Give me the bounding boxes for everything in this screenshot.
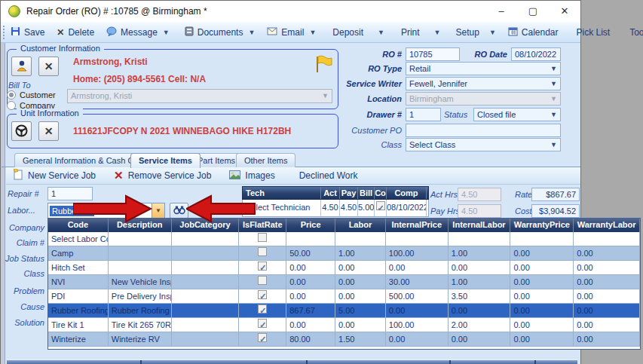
ro-date-field[interactable]: 08/10/2022: [511, 47, 561, 61]
calendar-icon: [508, 26, 518, 38]
service-writer-dropdown[interactable]: Fewell, Jennifer▼: [406, 77, 561, 90]
images-button[interactable]: Images: [222, 170, 281, 182]
annotation-arrow-dropdown: [73, 194, 153, 223]
message-button[interactable]: Message▼: [100, 23, 176, 41]
calendar-button[interactable]: Calendar: [502, 23, 565, 41]
app-icon: [8, 5, 20, 17]
new-document-icon: [13, 169, 23, 182]
flat-rate-checkbox[interactable]: ✓: [258, 333, 267, 342]
location-label: Location: [326, 94, 402, 103]
documents-button[interactable]: Documents▼: [179, 23, 262, 41]
co-checkbox[interactable]: ✓: [376, 201, 385, 210]
tab-general-information[interactable]: General Information & Cash Out: [14, 153, 149, 167]
customer-clear-button[interactable]: ✕: [38, 57, 59, 76]
act-cell[interactable]: 4.50: [321, 200, 340, 216]
customer-name: Armstrong, Kristi: [73, 57, 148, 67]
tools-button[interactable]: Tools▼: [623, 23, 643, 41]
flat-rate-checkbox[interactable]: ✓: [258, 319, 267, 328]
flat-rate-checkbox[interactable]: ✓: [258, 262, 267, 271]
email-caret-icon[interactable]: ▼: [309, 29, 316, 36]
customer-lookup-button[interactable]: [11, 57, 32, 76]
unit-clear-button[interactable]: ✕: [38, 121, 59, 141]
clear-x-icon: ✕: [44, 60, 54, 72]
technician-grid: Tech Act Pay Bill Co Comp Date Select Te…: [242, 186, 429, 217]
customer-po-label: Customer PO: [326, 126, 402, 135]
delete-button[interactable]: ✕ Delete: [51, 23, 100, 41]
co-cell[interactable]: ✓: [375, 200, 387, 216]
ro-type-label: RO Type: [326, 64, 402, 73]
status-dropdown[interactable]: Closed file▼: [473, 108, 561, 121]
print-caret-icon[interactable]: ▼: [434, 29, 441, 36]
close-button[interactable]: ✕: [549, 1, 580, 22]
technician-grid-row[interactable]: Select Technician 4.50 4.50 5.00 ✓ 08/10…: [242, 200, 429, 217]
labor-dropdown-button[interactable]: ▼: [152, 203, 164, 218]
unit-lookup-button[interactable]: [11, 121, 32, 141]
service-writer-label: Service Writer: [326, 79, 402, 88]
flat-rate-checkbox[interactable]: ✓: [258, 247, 267, 256]
deposit-button[interactable]: Deposit▼: [326, 23, 390, 41]
claim-label: Claim #: [5, 238, 44, 247]
bill-to-label: Bill To: [8, 81, 31, 90]
chevron-down-icon: ▼: [550, 95, 557, 102]
bill-cell[interactable]: 5.00: [358, 200, 375, 216]
chevron-down-icon: ▼: [550, 141, 557, 148]
service-items-toolbar: New Service Job ✕ Remove Service Job Ima…: [6, 167, 580, 185]
location-dropdown[interactable]: Birmingham▼: [406, 92, 561, 106]
labor-label: Labor...: [8, 206, 35, 215]
flat-rate-checkbox[interactable]: ✓: [258, 233, 267, 242]
customer-name-dropdown[interactable]: Armstrong, Kristi▼: [67, 89, 332, 103]
remove-service-job-button[interactable]: ✕ Remove Service Job: [107, 169, 218, 182]
labor-grid-row[interactable]: PDI Pre Delivery Insp ✓ 0.00 0.00 500.00…: [48, 289, 640, 304]
customer-group-title: Customer Information: [17, 44, 104, 53]
labor-grid-row[interactable]: Hitch Set ✓ 0.00 0.00 0.00 0.00 0.00 0.0…: [48, 261, 640, 275]
title-bar: Repair Order (RO) # :10785 @ Birmingham …: [1, 1, 580, 22]
person-icon: [16, 60, 28, 73]
labor-grid-row[interactable]: NVI New Vehicle Insp ✓ 0.00 0.00 30.00 1…: [48, 275, 640, 289]
annotation-arrow-search: [186, 194, 256, 223]
customer-po-field[interactable]: [406, 124, 561, 137]
deposit-caret-icon[interactable]: ▼: [378, 29, 384, 36]
comp-date-cell[interactable]: 08/10/2022: [387, 200, 427, 216]
documents-caret-icon[interactable]: ▼: [248, 29, 255, 36]
setup-caret-icon[interactable]: ▼: [489, 29, 496, 36]
clear-x-icon: ✕: [44, 125, 54, 137]
radio-circle-icon: [7, 90, 16, 99]
ro-type-dropdown[interactable]: Retail▼: [406, 62, 561, 75]
save-button[interactable]: Save: [5, 23, 51, 41]
flat-rate-checkbox[interactable]: ✓: [258, 304, 267, 314]
email-icon: [267, 27, 277, 38]
act-hrs-field: 4.50: [458, 188, 501, 201]
drawer-field[interactable]: 1: [406, 108, 441, 121]
pay-hrs-field: 4.50: [458, 204, 501, 218]
labor-grid-row[interactable]: Tire Kit 1 Tire Kit 265 70R1 ✓ 0.00 0.00…: [48, 318, 640, 332]
minimize-button[interactable]: –: [485, 1, 517, 22]
tab-other-items[interactable]: Other Items: [236, 153, 295, 167]
pick-list-button[interactable]: Pick List: [571, 23, 617, 41]
setup-button[interactable]: Setup▼: [450, 23, 502, 41]
bill-to-customer-radio[interactable]: Customer: [7, 90, 56, 99]
flat-rate-checkbox[interactable]: ✓: [258, 290, 267, 299]
declined-work-button[interactable]: Declined Work: [292, 170, 365, 181]
class-label: Class: [326, 140, 402, 149]
labor-grid-row[interactable]: Winterize Winterize RV ✓ 80.00 1.50 0.00…: [48, 332, 640, 347]
drawer-label: Drawer #: [326, 110, 402, 119]
message-balloon-icon: [106, 26, 117, 38]
pay-cell[interactable]: 4.50: [340, 200, 358, 216]
technician-grid-header: Tech Act Pay Bill Co Comp Date: [242, 186, 429, 200]
remove-x-icon: ✕: [114, 169, 124, 182]
flat-rate-checkbox[interactable]: ✓: [258, 276, 267, 285]
print-button[interactable]: Print▼: [395, 23, 447, 41]
main-toolbar: Save ✕ Delete Message▼ Documents▼ Email▼…: [1, 22, 580, 43]
tab-service-items[interactable]: Service Items: [130, 153, 201, 168]
labor-code-dropdown-grid: Code Description JobCategory IsFlatRate …: [47, 218, 641, 350]
labor-grid-row[interactable]: Select Labor Cod ✓: [48, 232, 640, 246]
labor-grid-row[interactable]: Rubber Roofing Rubber Roofing ✓ 867.67 5…: [48, 304, 640, 318]
chevron-down-icon: ▼: [550, 111, 557, 118]
class-dropdown[interactable]: Select Class▼: [406, 138, 561, 151]
new-service-job-button[interactable]: New Service Job: [6, 169, 103, 182]
maximize-button[interactable]: ▢: [517, 1, 549, 22]
message-caret-icon[interactable]: ▼: [163, 29, 170, 36]
labor-grid-row[interactable]: Camp ✓ 50.00 1.00 100.00 1.00 0.00 0.00: [48, 246, 640, 261]
email-button[interactable]: Email▼: [261, 23, 322, 41]
cause-label: Cause: [5, 302, 44, 311]
